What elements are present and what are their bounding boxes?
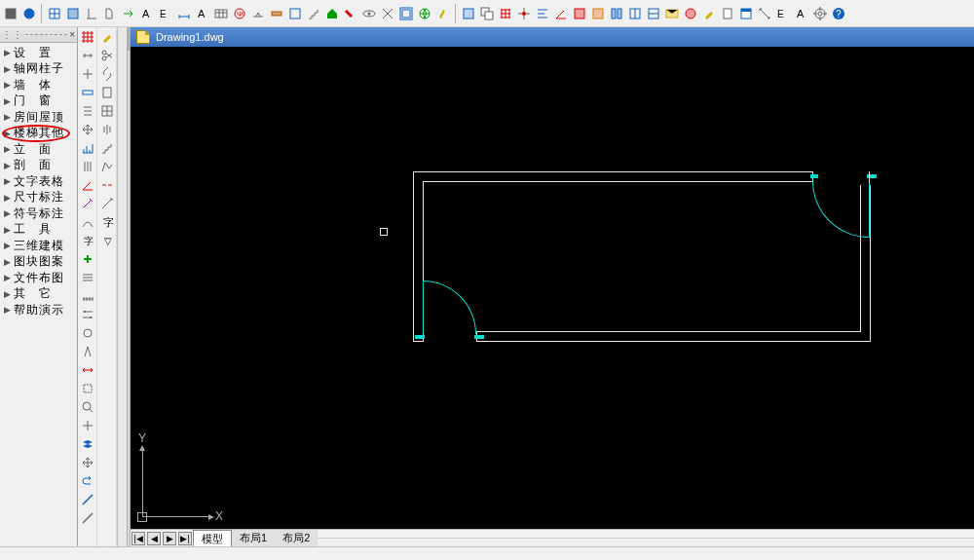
scroll-thumb[interactable]	[128, 27, 130, 51]
line2-tool-icon[interactable]	[80, 510, 95, 526]
door-tool-icon[interactable]	[99, 85, 115, 100]
sidebar-item-symbol[interactable]: ▶符号标注	[0, 205, 77, 222]
chart-tool-icon[interactable]	[80, 140, 95, 156]
text-tool-icon[interactable]: 字	[80, 233, 95, 248]
select-tool-icon[interactable]	[80, 381, 95, 396]
sidebar-item-stair-other[interactable]: ▶楼梯其他	[0, 126, 77, 142]
ruler-tool-icon[interactable]	[80, 288, 95, 304]
panel-handle-icon[interactable]: ⋮⋮	[2, 29, 23, 40]
level-icon[interactable]	[249, 5, 267, 22]
stair-icon[interactable]	[305, 5, 322, 22]
sidebar-item-door-window[interactable]: ▶门 窗	[0, 93, 77, 110]
tab-nav-prev-button[interactable]: ◀	[147, 532, 161, 545]
tab-nav-first-button[interactable]: |◀	[131, 532, 145, 545]
break-tool-icon[interactable]	[99, 177, 115, 193]
hatch-icon[interactable]	[64, 5, 82, 22]
h-split-icon[interactable]	[645, 5, 662, 22]
sidebar-item-text-table[interactable]: ▶文字表格	[0, 173, 77, 190]
line-tool-icon[interactable]	[80, 492, 95, 507]
target-icon[interactable]	[811, 5, 829, 22]
toolbar-btn-1[interactable]	[2, 5, 19, 22]
sidebar-item-block-pattern[interactable]: ▶图块图案	[0, 254, 77, 271]
sidebar-item-tools[interactable]: ▶工 具	[0, 222, 77, 239]
move-tool-icon[interactable]	[80, 122, 95, 137]
wall-tool-icon[interactable]	[80, 85, 95, 100]
axis-icon[interactable]	[83, 5, 100, 22]
offset-tool-icon[interactable]	[80, 455, 95, 470]
scissors-tool-icon[interactable]	[99, 48, 115, 63]
lines-tool-icon[interactable]	[80, 270, 95, 285]
model-canvas[interactable]: X Y	[131, 47, 974, 529]
tab-layout2[interactable]: 布局2	[275, 530, 318, 546]
ray-tool-icon[interactable]	[99, 196, 115, 211]
stretch-tool-icon[interactable]	[80, 362, 95, 378]
sidebar-item-wall[interactable]: ▶墙 体	[0, 77, 77, 93]
plus-tool-icon[interactable]	[80, 251, 95, 267]
tab-model[interactable]: 模型	[193, 530, 232, 547]
grid-tool-icon[interactable]	[80, 29, 95, 45]
book-icon[interactable]	[719, 5, 736, 22]
eye-icon[interactable]	[360, 5, 378, 22]
open-tool-icon[interactable]: ▽	[99, 233, 115, 248]
col-icon[interactable]	[608, 5, 625, 22]
panel-close-icon[interactable]: ×	[69, 29, 75, 40]
table-icon[interactable]	[212, 5, 230, 22]
snap-icon[interactable]	[515, 5, 533, 22]
zoom-tool-icon[interactable]	[80, 399, 95, 415]
door-icon[interactable]	[286, 5, 304, 22]
props-icon[interactable]	[589, 5, 607, 22]
attach-tool-icon[interactable]	[99, 66, 115, 82]
axis-tool-icon[interactable]	[80, 48, 95, 63]
sidebar-item-dimension[interactable]: ▶尺寸标注	[0, 190, 77, 206]
globe-icon[interactable]	[416, 5, 433, 22]
layer-tool-icon[interactable]	[80, 436, 95, 452]
split-icon[interactable]	[626, 5, 644, 22]
text-a-icon[interactable]: A	[138, 5, 156, 22]
sidebar-item-other[interactable]: ▶其 它	[0, 286, 77, 303]
elev2-icon[interactable]: E	[774, 5, 792, 22]
pencil-tool-icon[interactable]	[99, 29, 115, 45]
wall-icon[interactable]	[268, 5, 285, 22]
symbol-icon[interactable]: Ψ	[231, 5, 248, 22]
magic-tool-icon[interactable]	[80, 196, 95, 211]
align-icon[interactable]	[534, 5, 551, 22]
cross-tool-icon[interactable]	[80, 66, 95, 82]
arrow-icon[interactable]	[120, 5, 137, 22]
elev-icon[interactable]: E	[157, 5, 174, 22]
pen-icon[interactable]	[700, 5, 718, 22]
help-icon[interactable]: ?	[830, 5, 847, 22]
sidebar-item-help-demo[interactable]: ▶帮助演示	[0, 302, 77, 318]
toolbar-btn-2[interactable]	[20, 5, 38, 22]
sidebar-item-file-layout[interactable]: ▶文件布图	[0, 270, 77, 286]
tab-nav-next-button[interactable]: ▶	[163, 532, 176, 545]
pan-tool-icon[interactable]	[80, 418, 95, 433]
stair2-tool-icon[interactable]	[99, 140, 115, 156]
mail-icon[interactable]	[663, 5, 681, 22]
dots-tool-icon[interactable]	[80, 307, 95, 322]
grid-snap-tool-icon[interactable]	[99, 103, 115, 119]
angle-icon[interactable]	[552, 5, 570, 22]
sidebar-item-3d-model[interactable]: ▶三维建模	[0, 238, 77, 254]
stamp-icon[interactable]	[682, 5, 699, 22]
house-icon[interactable]	[323, 5, 341, 22]
paint-icon[interactable]	[342, 5, 359, 22]
copy-icon[interactable]	[478, 5, 496, 22]
sidebar-item-elevation[interactable]: ▶立 面	[0, 141, 77, 158]
sidebar-item-settings[interactable]: ▶设 置	[0, 45, 77, 61]
grid-icon[interactable]	[46, 5, 63, 22]
window-icon[interactable]	[737, 5, 755, 22]
poly-tool-icon[interactable]	[99, 159, 115, 174]
sidebar-item-room-roof[interactable]: ▶房间屋顶	[0, 109, 77, 126]
stone-tool-icon[interactable]	[80, 325, 95, 341]
compass-tool-icon[interactable]	[80, 344, 95, 359]
brush-icon[interactable]	[434, 5, 452, 22]
document-title-bar[interactable]: Drawing1.dwg	[131, 27, 974, 47]
layer-icon[interactable]	[460, 5, 477, 22]
sidebar-item-axis-grid[interactable]: ▶轴网柱子	[0, 61, 77, 78]
tab-layout1[interactable]: 布局1	[232, 530, 275, 546]
angle-tool-icon[interactable]	[80, 177, 95, 193]
grid2-icon[interactable]	[497, 5, 514, 22]
dim-icon[interactable]	[175, 5, 193, 22]
sidebar-item-section[interactable]: ▶剖 面	[0, 158, 77, 174]
section-icon[interactable]	[101, 5, 119, 22]
